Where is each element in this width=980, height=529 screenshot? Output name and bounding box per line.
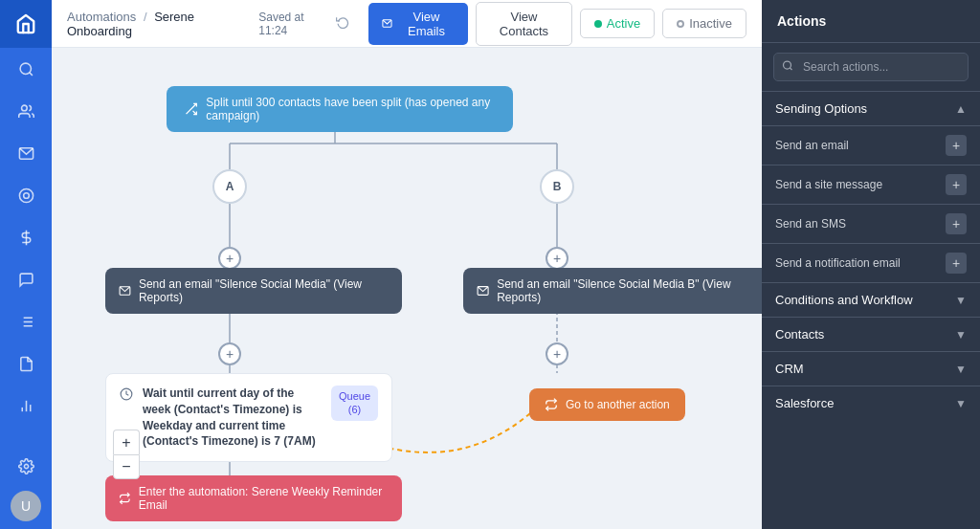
wait-node[interactable]: Wait until current day of the week (Cont…: [105, 373, 392, 462]
main-area: Automations / Serene Onboarding Saved at…: [52, 0, 762, 529]
plus-b[interactable]: +: [546, 247, 568, 270]
queue-count: (6): [339, 403, 370, 416]
split-node: Split until 300 contacts have been split…: [167, 86, 513, 132]
section-crm[interactable]: CRM ▼: [762, 351, 980, 386]
split-icon: [184, 100, 198, 118]
add-send-site-message-button[interactable]: +: [946, 174, 967, 195]
search-input[interactable]: [773, 53, 969, 81]
section-conditions-workflow[interactable]: Conditions and Workflow ▼: [762, 282, 980, 317]
clock-icon: [120, 387, 133, 404]
avatar[interactable]: U: [11, 491, 41, 521]
action-send-sms[interactable]: Send an SMS +: [762, 204, 980, 243]
email-node-b[interactable]: Send an email "Silence Social Media B" (…: [463, 268, 762, 314]
action-send-site-message[interactable]: Send a site message +: [762, 165, 980, 204]
nav-home[interactable]: [0, 0, 52, 48]
active-button[interactable]: Active: [580, 9, 655, 38]
inactive-button[interactable]: Inactive: [662, 9, 746, 38]
split-box[interactable]: Split until 300 contacts have been split…: [167, 86, 513, 132]
add-send-sms-button[interactable]: +: [946, 213, 967, 234]
nav-reports[interactable]: [0, 342, 52, 385]
add-send-email-button[interactable]: +: [946, 135, 967, 156]
zoom-out-button[interactable]: −: [113, 454, 140, 479]
nav-search[interactable]: [0, 48, 52, 90]
wait-node-text: Wait until current day of the week (Cont…: [143, 386, 322, 450]
branch-a-circle: A: [212, 169, 247, 204]
left-navigation: U: [0, 0, 52, 529]
branch-b-circle: B: [540, 169, 574, 204]
svg-line-37: [790, 68, 791, 70]
action-send-notification[interactable]: Send a notification email +: [762, 243, 980, 282]
email-node-a[interactable]: Send an email "Silence Social Media" (Vi…: [105, 268, 402, 314]
svg-point-5: [23, 192, 29, 198]
enter-icon: [119, 492, 131, 505]
nav-email[interactable]: [0, 132, 52, 174]
saved-text: Saved at 11:24: [258, 11, 330, 37]
svg-point-2: [21, 105, 27, 111]
nav-list[interactable]: [0, 300, 52, 342]
email-icon-a: [119, 284, 131, 298]
enter-automation-node[interactable]: Enter the automation: Serene Weekly Remi…: [105, 475, 402, 521]
zoom-controls: + −: [113, 430, 140, 479]
nav-analytics[interactable]: [0, 385, 52, 427]
svg-line-1: [29, 72, 32, 75]
svg-point-4: [19, 188, 33, 202]
topbar: Automations / Serene Onboarding Saved at…: [52, 0, 762, 48]
nav-campaigns[interactable]: [0, 174, 52, 216]
chevron-down-icon-sf: ▼: [955, 397, 967, 410]
goto-icon: [545, 398, 558, 411]
chevron-down-icon-c: ▼: [955, 328, 967, 342]
chevron-down-icon-crm: ▼: [955, 363, 967, 376]
section-contacts[interactable]: Contacts ▼: [762, 317, 980, 351]
svg-point-36: [784, 61, 791, 69]
topbar-actions: View Emails View Contacts Active Inactiv…: [368, 2, 746, 46]
goto-node-text: Go to another action: [566, 398, 670, 411]
section-salesforce[interactable]: Salesforce ▼: [762, 386, 980, 420]
view-contacts-button[interactable]: View Contacts: [476, 2, 572, 46]
nav-settings[interactable]: [0, 445, 52, 487]
split-node-text: Split until 300 contacts have been split…: [206, 96, 496, 122]
active-dot-icon: [594, 20, 602, 28]
nav-contacts[interactable]: [0, 90, 52, 132]
view-emails-button[interactable]: View Emails: [368, 3, 468, 45]
chevron-down-icon-cw: ▼: [955, 294, 967, 307]
add-send-notification-button[interactable]: +: [946, 253, 967, 274]
email-icon-b: [477, 284, 489, 298]
search-box: [773, 53, 969, 81]
breadcrumb: Automations / Serene Onboarding: [67, 10, 251, 38]
goto-node[interactable]: Go to another action: [529, 388, 685, 421]
saved-info: Saved at 11:24: [258, 11, 349, 37]
nav-revenue[interactable]: [0, 216, 52, 258]
nav-messages[interactable]: [0, 258, 52, 300]
panel-title: Actions: [762, 0, 980, 43]
search-icon: [782, 60, 793, 75]
zoom-in-button[interactable]: +: [113, 430, 140, 454]
breadcrumb-root[interactable]: Automations: [67, 10, 136, 24]
action-send-email[interactable]: Send an email +: [762, 125, 980, 165]
chevron-up-icon: ▲: [955, 102, 967, 116]
automation-canvas: Split until 300 contacts have been split…: [52, 48, 762, 529]
plus-below-email-a[interactable]: +: [218, 342, 241, 365]
actions-panel: Actions Sending Options ▲ Send an email …: [762, 0, 980, 529]
queue-label: Queue: [339, 389, 370, 403]
enter-node-text: Enter the automation: Serene Weekly Remi…: [139, 485, 389, 512]
email-node-a-text: Send an email "Silence Social Media" (Vi…: [139, 277, 389, 304]
plus-below-email-b[interactable]: +: [546, 342, 568, 365]
queue-badge: Queue (6): [331, 386, 378, 421]
email-node-b-text: Send an email "Silence Social Media B" (…: [497, 277, 762, 304]
refresh-icon[interactable]: [336, 15, 349, 32]
svg-point-0: [20, 63, 31, 74]
plus-a[interactable]: +: [218, 247, 241, 270]
svg-point-16: [24, 464, 28, 468]
inactive-dot-icon: [677, 20, 684, 28]
section-sending-options[interactable]: Sending Options ▲: [762, 91, 980, 125]
